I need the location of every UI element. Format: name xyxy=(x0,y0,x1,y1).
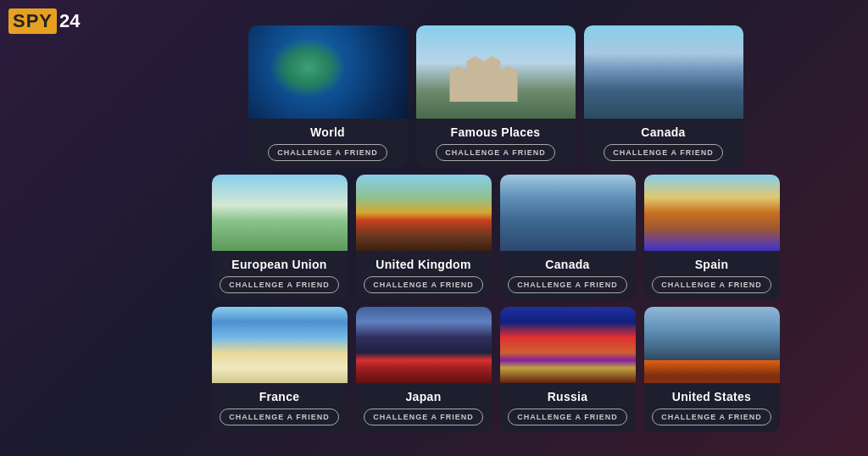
card-famous-places-title: Famous Places xyxy=(451,125,541,139)
card-russia-body: Russia CHALLENGE A FRIEND xyxy=(500,383,636,432)
card-us-body: United States CHALLENGE A FRIEND xyxy=(644,383,780,432)
card-canada-r2[interactable]: Canada CHALLENGE A FRIEND xyxy=(500,175,636,300)
card-world-image xyxy=(248,25,408,119)
row-3: France CHALLENGE A FRIEND Japan CHALLENG… xyxy=(140,307,851,432)
card-spain-challenge-button[interactable]: CHALLENGE A FRIEND xyxy=(652,276,771,293)
card-famous-places[interactable]: Famous Places CHALLENGE A FRIEND xyxy=(416,25,576,168)
card-united-states[interactable]: United States CHALLENGE A FRIEND xyxy=(644,307,780,432)
card-spain[interactable]: Spain CHALLENGE A FRIEND xyxy=(644,175,780,300)
card-france[interactable]: France CHALLENGE A FRIEND xyxy=(212,307,348,432)
logo: SPY 24 xyxy=(8,8,81,34)
card-uk-body: United Kingdom CHALLENGE A FRIEND xyxy=(356,251,492,300)
card-famous-places-image xyxy=(416,25,576,119)
card-famous-places-body: Famous Places CHALLENGE A FRIEND xyxy=(416,119,576,168)
card-us-challenge-button[interactable]: CHALLENGE A FRIEND xyxy=(652,409,771,425)
card-world[interactable]: World CHALLENGE A FRIEND xyxy=(248,25,408,168)
card-canada-r1-challenge-button[interactable]: CHALLENGE A FRIEND xyxy=(604,144,722,161)
card-spain-title: Spain xyxy=(695,258,729,271)
card-russia[interactable]: Russia CHALLENGE A FRIEND xyxy=(500,307,636,432)
card-world-title: World xyxy=(310,125,345,139)
card-spain-body: Spain CHALLENGE A FRIEND xyxy=(644,251,780,300)
card-famous-places-challenge-button[interactable]: CHALLENGE A FRIEND xyxy=(436,144,554,161)
card-canada-r1-title: Canada xyxy=(641,125,685,139)
card-canada-r1-image xyxy=(584,25,743,119)
card-japan-title: Japan xyxy=(406,390,442,403)
card-canada-r2-title: Canada xyxy=(545,258,589,271)
card-france-title: France xyxy=(259,390,300,403)
card-world-challenge-button[interactable]: CHALLENGE A FRIEND xyxy=(268,144,387,161)
card-canada-r2-challenge-button[interactable]: CHALLENGE A FRIEND xyxy=(508,276,626,293)
card-uk-image xyxy=(356,175,492,251)
row-2: European Union CHALLENGE A FRIEND United… xyxy=(140,175,851,300)
card-eu-title: European Union xyxy=(231,258,326,271)
card-france-challenge-button[interactable]: CHALLENGE A FRIEND xyxy=(220,409,338,425)
main-grid: World CHALLENGE A FRIEND Famous Places C… xyxy=(140,25,851,448)
card-canada-r1-body: Canada CHALLENGE A FRIEND xyxy=(584,119,743,168)
card-canada-r2-image xyxy=(500,175,636,251)
card-eu-challenge-button[interactable]: CHALLENGE A FRIEND xyxy=(220,276,338,293)
card-france-body: France CHALLENGE A FRIEND xyxy=(212,383,348,432)
card-japan-body: Japan CHALLENGE A FRIEND xyxy=(356,383,492,432)
card-russia-challenge-button[interactable]: CHALLENGE A FRIEND xyxy=(508,409,626,425)
card-us-image xyxy=(644,307,780,383)
card-japan-image xyxy=(356,307,492,383)
card-us-title: United States xyxy=(672,390,751,403)
card-canada-r1[interactable]: Canada CHALLENGE A FRIEND xyxy=(584,25,743,168)
row-1: World CHALLENGE A FRIEND Famous Places C… xyxy=(140,25,851,168)
card-spain-image xyxy=(644,175,780,251)
card-world-body: World CHALLENGE A FRIEND xyxy=(248,119,408,168)
card-eu-image xyxy=(212,175,348,251)
card-france-image xyxy=(212,307,348,383)
logo-spy: SPY xyxy=(8,8,57,34)
card-russia-title: Russia xyxy=(548,390,588,403)
card-japan[interactable]: Japan CHALLENGE A FRIEND xyxy=(356,307,492,432)
card-japan-challenge-button[interactable]: CHALLENGE A FRIEND xyxy=(364,409,482,425)
card-uk-challenge-button[interactable]: CHALLENGE A FRIEND xyxy=(364,276,482,293)
card-european-union[interactable]: European Union CHALLENGE A FRIEND xyxy=(212,175,348,300)
card-russia-image xyxy=(500,307,636,383)
card-uk-title: United Kingdom xyxy=(376,258,470,271)
card-eu-body: European Union CHALLENGE A FRIEND xyxy=(212,251,348,300)
card-united-kingdom[interactable]: United Kingdom CHALLENGE A FRIEND xyxy=(356,175,492,300)
card-canada-r2-body: Canada CHALLENGE A FRIEND xyxy=(500,251,636,300)
logo-24: 24 xyxy=(59,10,80,32)
